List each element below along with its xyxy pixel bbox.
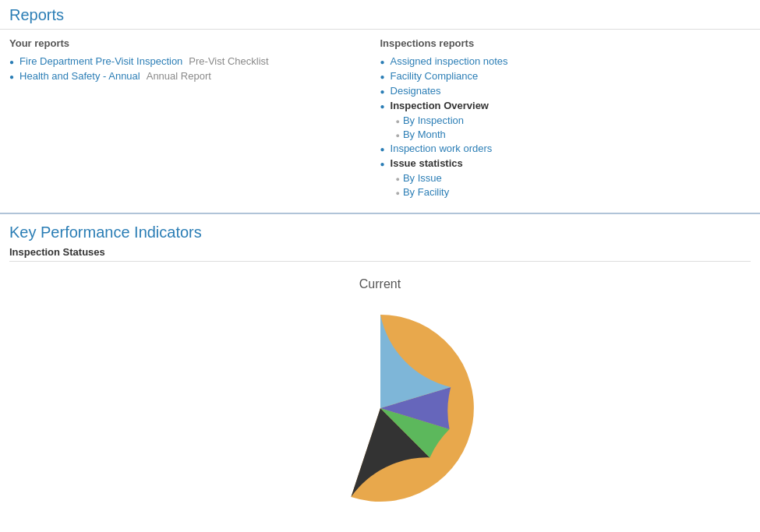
fire-dept-report-desc: Pre-Vist Checklist	[189, 55, 268, 67]
designates-link[interactable]: Designates	[391, 85, 441, 97]
inspection-overview-label: Inspection Overview	[391, 100, 489, 111]
sub-bullet-icon: ●	[396, 175, 400, 183]
report-item-designates: ● Designates	[380, 85, 751, 97]
report-item-assigned: ● Assigned inspection notes	[380, 55, 751, 67]
report-item-inspection-overview: ● Inspection Overview	[380, 100, 751, 111]
your-reports-column: Your reports ● Fire Department Pre-Visit…	[9, 37, 380, 200]
chart-title: Current	[359, 277, 401, 291]
health-safety-report-desc: Annual Report	[147, 70, 211, 82]
report-item-work-orders: ● Inspection work orders	[380, 143, 751, 154]
inspections-reports-heading: Inspections reports	[380, 37, 751, 49]
sub-item-by-month: ● By Month	[396, 129, 751, 140]
kpi-section: Key Performance Indicators Inspection St…	[0, 214, 760, 532]
issue-statistics-label: Issue statistics	[391, 157, 463, 169]
report-item-fire: ● Fire Department Pre-Visit Inspection P…	[9, 55, 380, 67]
bullet-icon: ●	[380, 145, 385, 153]
bullet-icon: ●	[380, 87, 385, 96]
sub-bullet-icon: ●	[396, 118, 400, 125]
by-month-link[interactable]: By Month	[403, 129, 446, 140]
kpi-subtitle: Inspection Statuses	[9, 246, 751, 262]
report-item-health: ● Health and Safety - Annual Annual Repo…	[9, 70, 380, 82]
your-reports-heading: Your reports	[9, 37, 380, 49]
reports-section: Your reports ● Fire Department Pre-Visit…	[0, 30, 760, 214]
sub-bullet-icon: ●	[396, 189, 400, 197]
by-issue-link[interactable]: By Issue	[403, 172, 442, 184]
work-orders-link[interactable]: Inspection work orders	[391, 143, 493, 154]
by-inspection-link[interactable]: By Inspection	[403, 115, 464, 126]
sub-item-by-inspection: ● By Inspection	[396, 115, 751, 126]
by-facility-link[interactable]: By Facility	[403, 186, 449, 198]
bullet-icon: ●	[9, 58, 14, 66]
bullet-icon: ●	[380, 72, 385, 81]
bullet-icon: ●	[9, 72, 14, 81]
page-header: Reports	[0, 0, 760, 30]
bullet-icon: ●	[380, 58, 385, 66]
inspections-reports-column: Inspections reports ● Assigned inspectio…	[380, 37, 751, 200]
page-title: Reports	[9, 6, 751, 24]
pie-chart	[279, 307, 482, 509]
report-item-facility: ● Facility Compliance	[380, 70, 751, 82]
health-safety-report-link[interactable]: Health and Safety - Annual	[19, 70, 140, 82]
sub-item-by-issue: ● By Issue	[396, 172, 751, 184]
kpi-title: Key Performance Indicators	[9, 224, 751, 241]
report-item-issue-stats: ● Issue statistics	[380, 157, 751, 169]
bullet-icon: ●	[380, 102, 385, 111]
pie-chart-svg	[279, 307, 482, 509]
bullet-icon: ●	[380, 160, 385, 168]
assigned-notes-link[interactable]: Assigned inspection notes	[391, 55, 508, 67]
sub-item-by-facility: ● By Facility	[396, 186, 751, 198]
facility-compliance-link[interactable]: Facility Compliance	[391, 70, 479, 82]
fire-dept-report-link[interactable]: Fire Department Pre-Visit Inspection	[19, 55, 182, 67]
chart-container: Current Inspecting	[9, 270, 751, 532]
sub-bullet-icon: ●	[396, 132, 400, 139]
